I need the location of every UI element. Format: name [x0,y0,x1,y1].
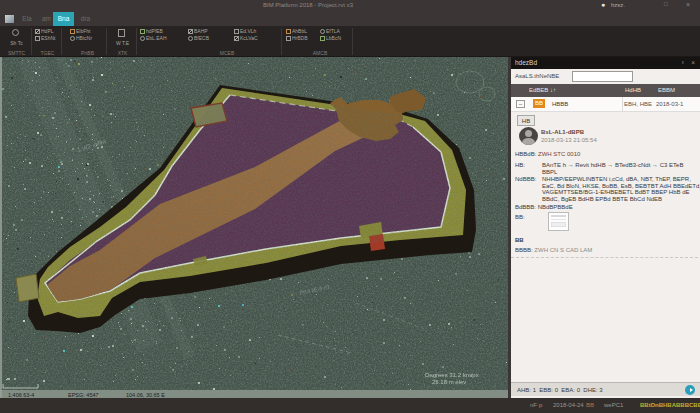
svg-text:25.18 m elev: 25.18 m elev [432,379,466,385]
svg-text:Degrees 31.2 km/px: Degrees 31.2 km/px [425,372,479,378]
